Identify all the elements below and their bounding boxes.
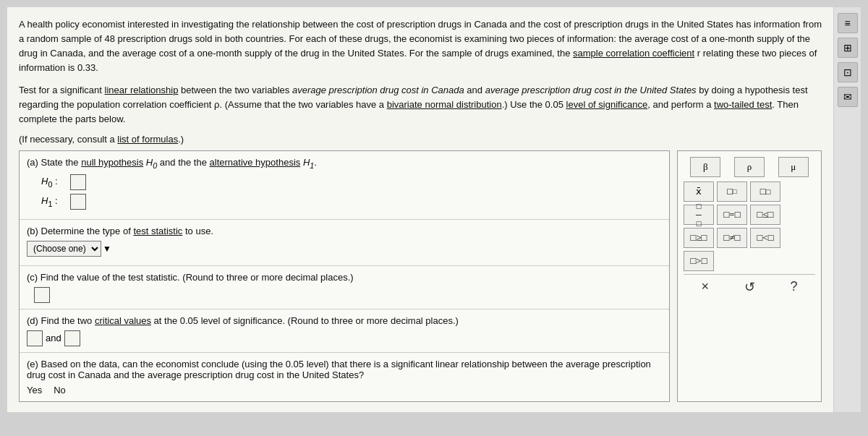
two-tailed-link[interactable]: two-tailed test — [714, 99, 772, 110]
h1-header: H1 — [303, 157, 314, 168]
h0-input[interactable] — [70, 174, 86, 190]
fraction-btn[interactable]: □─□ — [684, 205, 714, 225]
alt-hypothesis-link[interactable]: alternative hypothesis — [210, 157, 301, 168]
yes-button[interactable]: Yes — [27, 385, 42, 396]
problem-area: (a) State the null hypothesis H0 and the… — [19, 150, 822, 402]
test-statistic-dropdown[interactable]: (Choose one) z t F χ² — [27, 241, 101, 257]
part-a-section: (a) State the null hypothesis H0 and the… — [20, 151, 669, 220]
italic-canada: average prescription drug cost in Canada — [292, 85, 464, 95]
h1-label: H1 : — [41, 195, 70, 208]
no-button[interactable]: No — [54, 385, 66, 396]
part-d-label: (d) Find the two critical values at the … — [27, 315, 662, 326]
clear-button[interactable]: × — [701, 279, 709, 295]
part-d-section: (d) Find the two critical values at the … — [20, 309, 669, 353]
part-c-label: (c) Find the value of the test statistic… — [27, 272, 662, 283]
critical-value-1-input[interactable] — [27, 330, 43, 346]
sample-correlation-link[interactable]: sample correlation coefficient — [573, 48, 694, 59]
help-button[interactable]: ? — [791, 279, 798, 295]
h0-header: H0 — [146, 157, 157, 168]
main-content: A health policy economist interested in … — [7, 7, 833, 412]
bivariate-link[interactable]: bivariate normal distribution — [387, 99, 502, 110]
symbol-row-5: □>□ — [684, 251, 815, 271]
intro-paragraph-1: A health policy economist interested in … — [19, 17, 822, 76]
sidebar-btn-3[interactable]: ⊡ — [838, 62, 858, 82]
lt-btn[interactable]: □<□ — [750, 228, 780, 248]
xbar-symbol-btn[interactable]: x̄ — [684, 181, 714, 202]
page-container: A health policy economist interested in … — [7, 7, 861, 412]
critical-value-2-input[interactable] — [64, 330, 80, 346]
test-statistic-input[interactable] — [34, 287, 50, 303]
action-row: × ↺ ? — [684, 279, 815, 295]
sidebar-btn-2[interactable]: ⊞ — [838, 38, 858, 58]
sidebar-btn-4[interactable]: ✉ — [838, 87, 858, 107]
test-statistic-link[interactable]: test statistic — [133, 226, 182, 236]
undo-button[interactable]: ↺ — [744, 279, 755, 295]
panel-divider — [684, 274, 815, 275]
leq-btn[interactable]: □≤□ — [750, 205, 780, 225]
gt-btn[interactable]: □>□ — [684, 251, 714, 271]
h0-label: H0 : — [41, 176, 70, 189]
h1-input[interactable] — [70, 194, 86, 210]
neq-btn[interactable]: □≠□ — [717, 228, 747, 248]
equals-btn[interactable]: □=□ — [717, 205, 747, 225]
geq-btn[interactable]: □≥□ — [684, 228, 714, 248]
part-a-label: (a) State the null hypothesis H0 and the… — [27, 157, 662, 170]
h0-row: H0 : — [41, 174, 662, 190]
if-necessary-text: (If necessary, consult a list of formula… — [19, 134, 822, 145]
part-e-label: (e) Based on the data, can the economist… — [27, 359, 662, 380]
intro-paragraph-2: Test for a significant linear relationsh… — [19, 83, 822, 127]
and-text-1: and — [467, 85, 482, 95]
square-sup-btn[interactable]: □□ — [717, 181, 747, 202]
square-sub-btn[interactable]: □□ — [750, 181, 780, 202]
part-c-section: (c) Find the value of the test statistic… — [20, 266, 669, 309]
symbol-row-4: □≥□ □≠□ □<□ — [684, 228, 815, 248]
critical-values-link[interactable]: critical values — [95, 315, 151, 326]
list-of-formulas-link[interactable]: list of formulas — [117, 134, 178, 145]
symbol-row-3: □─□ □=□ □≤□ — [684, 205, 815, 225]
and-separator: and — [46, 333, 61, 343]
choose-dropdown-row: (Choose one) z t F χ² ▼ — [27, 241, 662, 257]
critical-values-row: and — [27, 330, 662, 346]
linear-relationship-link[interactable]: linear relationship — [105, 85, 179, 95]
left-panel: (a) State the null hypothesis H0 and the… — [19, 150, 670, 402]
sidebar-btn-1[interactable]: ≡ — [838, 13, 858, 33]
part-e-section: (e) Based on the data, can the economist… — [20, 353, 669, 401]
right-symbol-panel: β ρ μ x̄ □□ □□ □─□ □=□ □≤□ — [677, 150, 822, 402]
sidebar-right: ≡ ⊞ ⊡ ✉ — [833, 7, 861, 412]
h1-row: H1 : — [41, 194, 662, 210]
level-significance-link[interactable]: level of significance — [566, 99, 648, 110]
part-b-section: (b) Determine the type of test statistic… — [20, 220, 669, 266]
rho-symbol-btn[interactable]: ρ — [734, 157, 765, 177]
part-b-label: (b) Determine the type of test statistic… — [27, 226, 662, 236]
symbol-row-2: x̄ □□ □□ — [684, 181, 815, 202]
symbol-header-row: β ρ μ — [684, 157, 815, 177]
italic-us: average prescription drug cost in the Un… — [485, 85, 697, 95]
null-hypothesis-link[interactable]: null hypothesis — [81, 157, 143, 168]
yes-no-row: Yes No — [27, 385, 662, 396]
mu-symbol-btn[interactable]: μ — [778, 157, 809, 177]
beta-symbol-btn[interactable]: β — [690, 157, 720, 177]
